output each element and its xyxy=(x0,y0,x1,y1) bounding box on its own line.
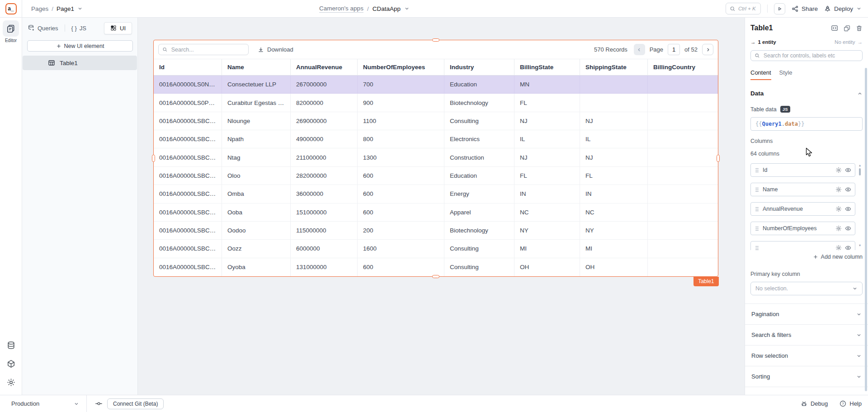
column-card[interactable]: Name xyxy=(750,183,855,196)
scroll-up-icon[interactable]: ▴ xyxy=(859,163,861,167)
connect-git-button[interactable]: Connect Git (Beta) xyxy=(107,398,164,409)
libraries-cube-icon[interactable] xyxy=(7,360,15,368)
table-row[interactable]: 0016A00000LS0N…Consectetuer LLP267000000… xyxy=(154,76,718,94)
drag-handle-icon[interactable] xyxy=(755,167,760,173)
column-card[interactable]: AnnualRevenue xyxy=(750,202,855,216)
breadcrumb[interactable]: Pages / Page1 xyxy=(22,5,83,12)
gear-icon[interactable] xyxy=(835,225,842,232)
copy-widget-icon[interactable] xyxy=(844,25,850,32)
column-card[interactable] xyxy=(750,241,855,250)
code-icon[interactable] xyxy=(831,24,838,32)
deploy-button[interactable]: Deploy xyxy=(824,5,862,12)
column-header-name[interactable]: Name xyxy=(222,59,291,76)
environment-select[interactable]: Production xyxy=(0,395,87,412)
workspace-name[interactable]: Cameron's apps xyxy=(319,5,363,13)
table-widget[interactable]: Table1 Download 570 Records Page of 52 xyxy=(153,40,718,277)
table-search-box[interactable] xyxy=(158,44,249,55)
page-number-input[interactable] xyxy=(668,44,680,55)
js-toggle-badge[interactable]: JS xyxy=(780,106,790,113)
appsmith-logo[interactable]: a_ xyxy=(5,3,17,14)
table-row[interactable]: 0016A00000LSBC…Omba36000000600EnergyININ xyxy=(154,185,718,203)
accordion-section[interactable]: Adding a row xyxy=(745,387,868,395)
eye-icon[interactable] xyxy=(845,167,851,173)
table-data-binding-input[interactable]: {{Query1.data}} xyxy=(750,117,863,131)
omnibar-search[interactable]: Ctrl + K xyxy=(726,3,761,14)
app-name[interactable]: CDataApp xyxy=(373,5,401,12)
canvas[interactable]: Table1 Download 570 Records Page of 52 xyxy=(138,18,745,395)
column-header-billingcountry[interactable]: BillingCountry xyxy=(648,59,718,76)
eye-icon[interactable] xyxy=(845,206,851,212)
eye-icon[interactable] xyxy=(845,225,851,232)
column-header-annualrevenue[interactable]: AnnualRevenue xyxy=(291,59,358,76)
table-row[interactable]: 0016A00000LSBC…Ntag2110000001300Construc… xyxy=(154,148,718,166)
download-button[interactable]: Download xyxy=(258,46,293,53)
column-header-id[interactable]: Id xyxy=(154,59,222,76)
data-section-header[interactable]: Data xyxy=(750,90,863,97)
new-ui-element-button[interactable]: New UI element xyxy=(27,40,133,52)
tab-style[interactable]: Style xyxy=(779,69,793,80)
tab-js[interactable]: { } JS xyxy=(71,25,86,32)
incoming-entity-link[interactable]: → 1 entity xyxy=(750,39,835,45)
run-button[interactable] xyxy=(774,3,785,14)
page-name[interactable]: Page1 xyxy=(57,5,74,12)
table-search-input[interactable] xyxy=(170,46,245,53)
share-button[interactable]: Share xyxy=(792,5,818,12)
table-row[interactable]: 0016A00000LSBC…Oloo282000000600Education… xyxy=(154,167,718,185)
table-row[interactable]: 0016A00000LSBC…Npath49000000800Electroni… xyxy=(154,130,718,148)
table-row[interactable]: 0016A00000LSBC…Oodoo115000000200Biotechn… xyxy=(154,222,718,240)
primary-key-select[interactable]: No selection. xyxy=(750,282,863,295)
accordion-section[interactable]: Search & filters xyxy=(745,324,868,345)
debug-button[interactable]: Debug xyxy=(801,400,828,407)
drag-handle-icon[interactable] xyxy=(755,226,760,232)
table-row[interactable]: 0016A00000LSBC…Oozz60000001600Consulting… xyxy=(154,240,718,258)
column-header-billingstate[interactable]: BillingState xyxy=(514,59,580,76)
tab-ui[interactable]: UI xyxy=(104,22,132,34)
accordion-section[interactable]: Row selection xyxy=(745,345,868,366)
drag-handle-icon[interactable] xyxy=(755,245,760,251)
column-header-industry[interactable]: Industry xyxy=(444,59,514,76)
column-card[interactable]: NumberOfEmployees xyxy=(750,222,855,235)
outgoing-entity-link[interactable]: No entity → xyxy=(835,39,863,45)
accordion-section[interactable]: Pagination xyxy=(745,303,868,324)
editor-button[interactable] xyxy=(3,20,19,37)
table-row[interactable]: 0016A00000LS0P…Curabitur Egestas …820000… xyxy=(154,94,718,112)
drag-handle-icon[interactable] xyxy=(755,206,760,212)
pages-label[interactable]: Pages xyxy=(31,5,48,12)
next-page-button[interactable] xyxy=(702,44,713,55)
property-search-box[interactable] xyxy=(750,50,863,61)
scroll-down-icon[interactable]: ▾ xyxy=(858,243,862,247)
widget-title[interactable]: Table1 xyxy=(750,24,831,32)
property-pane-scrollbar[interactable] xyxy=(865,68,867,391)
column-list-scrollbar[interactable]: ▴ ▾ xyxy=(858,163,862,250)
datasources-icon[interactable] xyxy=(7,341,15,350)
property-search-input[interactable] xyxy=(763,52,859,59)
tab-queries[interactable]: Queries xyxy=(28,24,58,32)
scroll-thumb[interactable] xyxy=(859,168,861,175)
help-button[interactable]: ? Help xyxy=(840,400,862,407)
gear-icon[interactable] xyxy=(835,167,842,173)
gear-icon[interactable] xyxy=(835,245,842,250)
column-card[interactable]: Id xyxy=(750,163,855,177)
table-row[interactable]: 0016A00000LSBC…Oyoba131000000600Consulti… xyxy=(154,258,718,276)
accordion-section[interactable]: Sorting xyxy=(745,366,868,387)
delete-widget-icon[interactable] xyxy=(856,25,863,32)
column-header-numberofemployees[interactable]: NumberOfEmployees xyxy=(358,59,444,76)
prev-page-button[interactable] xyxy=(634,44,645,55)
sidebar-item-table1[interactable]: Table1 xyxy=(23,56,137,70)
editor-nav-item[interactable]: Editor xyxy=(3,20,19,43)
resize-handle-right[interactable] xyxy=(717,155,720,162)
gear-icon[interactable] xyxy=(835,186,842,193)
settings-gear-icon[interactable] xyxy=(7,378,15,387)
resize-handle-left[interactable] xyxy=(152,155,155,162)
column-header-shippingstate[interactable]: ShippingState xyxy=(580,59,648,76)
tab-content[interactable]: Content xyxy=(750,69,771,80)
table-row[interactable]: 0016A00000LSBC…Nlounge2690000001100Consu… xyxy=(154,112,718,130)
gear-icon[interactable] xyxy=(835,206,842,212)
resize-handle-top[interactable] xyxy=(432,38,439,42)
add-new-column-button[interactable]: Add new column xyxy=(750,254,863,260)
eye-icon[interactable] xyxy=(845,245,851,250)
resize-handle-bottom[interactable] xyxy=(432,275,439,278)
eye-icon[interactable] xyxy=(845,186,851,193)
drag-handle-icon[interactable] xyxy=(755,187,760,193)
table-row[interactable]: 0016A00000LSBC…Ooba151000000600ApparelNC… xyxy=(154,204,718,222)
